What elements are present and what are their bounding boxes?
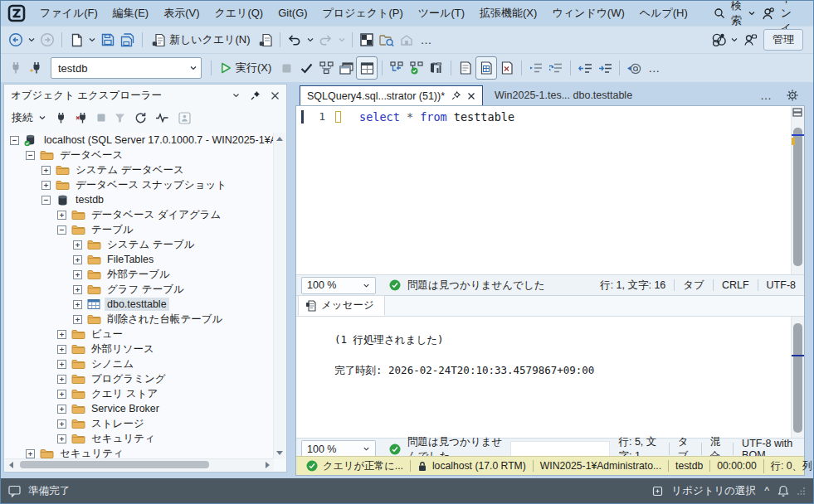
expand-icon[interactable]: + xyxy=(57,211,66,220)
back-chevron-icon[interactable] xyxy=(26,29,37,51)
tree-item[interactable]: −localhost (SQL Server 17.0.1000.7 - WIN… xyxy=(5,133,274,148)
navigate-forward-button[interactable] xyxy=(37,29,57,51)
collapse-icon[interactable]: − xyxy=(57,225,66,235)
save-all-button[interactable] xyxy=(118,29,138,51)
increase-indent-icon[interactable] xyxy=(595,57,615,79)
results-to-text-icon[interactable] xyxy=(456,57,475,79)
new-file-button[interactable] xyxy=(66,29,86,51)
tab-sqlquery[interactable]: SQLQuery4.sql...strator (51))* xyxy=(300,85,483,105)
tree-item[interactable]: +外部リソース xyxy=(5,342,274,356)
database-engine-query-button[interactable] xyxy=(256,29,275,51)
tree-item[interactable]: −データベース xyxy=(5,148,274,162)
tab-overflow-icon[interactable]: … xyxy=(756,89,777,102)
scrollbar-thumb[interactable] xyxy=(793,323,802,433)
scrollbar-thumb[interactable] xyxy=(20,461,209,468)
collapse-icon[interactable]: − xyxy=(10,136,19,145)
zoom-combobox[interactable]: 100 % xyxy=(301,440,376,458)
expand-icon[interactable]: + xyxy=(73,255,82,264)
specify-template-values-icon[interactable] xyxy=(624,57,644,79)
bell-icon[interactable] xyxy=(777,485,789,497)
connect-plug-icon[interactable] xyxy=(6,57,26,79)
expand-icon[interactable]: + xyxy=(57,330,66,339)
tree-item[interactable]: +システム データベース xyxy=(5,162,274,177)
comment-lines-icon[interactable] xyxy=(526,57,546,79)
expand-icon[interactable]: + xyxy=(73,285,82,294)
scroll-up-arrow[interactable] xyxy=(276,137,283,141)
results-to-file-icon[interactable] xyxy=(497,57,517,79)
tree-item[interactable]: +削除された台帳テーブル xyxy=(5,312,274,327)
disconnect-icon[interactable] xyxy=(76,112,88,124)
menu-item[interactable]: 編集(E) xyxy=(105,1,156,26)
uncomment-lines-icon[interactable] xyxy=(546,57,566,79)
expand-icon[interactable]: + xyxy=(57,360,66,369)
tab-pin-icon[interactable] xyxy=(451,91,461,100)
overflow-icon[interactable]: … xyxy=(417,33,437,46)
tree-item[interactable]: +プログラミング xyxy=(5,371,274,386)
scroll-down-arrow[interactable] xyxy=(276,451,283,455)
expand-icon[interactable]: + xyxy=(73,315,82,324)
redo-button[interactable] xyxy=(316,29,336,51)
resize-grip[interactable] xyxy=(797,487,806,495)
new-file-chevron-icon[interactable] xyxy=(86,29,98,51)
menu-item[interactable]: 表示(V) xyxy=(156,1,207,26)
feedback-icon[interactable] xyxy=(8,485,21,497)
expand-icon[interactable]: + xyxy=(73,240,82,250)
results-pane-toggle-icon[interactable] xyxy=(356,56,378,80)
estimated-plan-icon[interactable] xyxy=(316,57,336,79)
tree-item[interactable]: +dbo.testtable xyxy=(5,297,274,312)
extensions-icon[interactable] xyxy=(709,29,729,51)
pin-icon[interactable] xyxy=(251,90,261,100)
collapse-icon[interactable]: − xyxy=(26,151,35,160)
overflow-icon[interactable]: … xyxy=(644,61,665,75)
messages-vertical-scrollbar[interactable] xyxy=(791,317,804,438)
menu-item[interactable]: ウィンドウ(W) xyxy=(544,1,631,26)
tree-horizontal-scrollbar[interactable] xyxy=(5,458,274,471)
tree-item[interactable]: +グラフ テーブル xyxy=(5,282,274,297)
menu-item[interactable]: クエリ(Q) xyxy=(207,1,271,26)
selection-grid-icon[interactable] xyxy=(357,29,377,51)
change-connection-icon[interactable] xyxy=(26,57,46,79)
expand-icon[interactable]: + xyxy=(57,345,66,354)
tree-item[interactable]: +セキュリティ xyxy=(5,431,274,446)
expand-icon[interactable]: + xyxy=(73,300,82,309)
menu-item[interactable]: プロジェクト(P) xyxy=(315,1,411,26)
tree-item[interactable]: −testdb xyxy=(5,192,274,207)
search-box[interactable]: 検索 xyxy=(709,0,761,28)
user-settings-icon[interactable] xyxy=(740,29,760,51)
gear-icon[interactable] xyxy=(787,90,798,101)
tab-close-icon[interactable] xyxy=(467,92,475,100)
database-combobox[interactable]: testdb xyxy=(51,57,202,79)
tree-item[interactable]: +シノニム xyxy=(5,356,274,371)
extensions-chevron-icon[interactable] xyxy=(729,29,740,51)
expand-icon[interactable]: + xyxy=(41,166,51,175)
tree-item[interactable]: +FileTables xyxy=(5,252,274,267)
tree-item[interactable]: +データベース ダイアグラム xyxy=(5,207,274,222)
find-in-files-icon[interactable] xyxy=(377,29,397,51)
parse-query-icon[interactable] xyxy=(296,57,316,79)
redo-chevron-icon[interactable] xyxy=(336,29,348,51)
connect-after-execute-check-icon[interactable] xyxy=(407,57,426,79)
query-options-icon[interactable] xyxy=(336,57,356,79)
expand-icon[interactable]: + xyxy=(26,449,35,458)
undo-button[interactable] xyxy=(285,29,305,51)
collapse-icon[interactable]: − xyxy=(41,196,51,205)
tree-item[interactable]: +クエリ ストア xyxy=(5,386,274,401)
zoom-combobox[interactable]: 100 % xyxy=(301,277,376,294)
editor-vertical-scrollbar[interactable] xyxy=(791,106,804,274)
expand-icon[interactable]: + xyxy=(57,419,66,429)
panel-chevron-icon[interactable] xyxy=(232,91,241,99)
scroll-left-arrow[interactable] xyxy=(9,462,13,468)
tree-item[interactable]: +ビュー xyxy=(5,327,274,342)
connect-object-icon[interactable] xyxy=(56,112,66,124)
tab-testtable[interactable]: Win2025-1.tes... dbo.testtable xyxy=(483,85,639,105)
menu-item[interactable]: ツール(T) xyxy=(411,1,472,26)
undo-chevron-icon[interactable] xyxy=(305,29,316,51)
expand-icon[interactable]: + xyxy=(73,270,82,279)
results-to-grid-icon[interactable] xyxy=(475,56,497,80)
messages-body[interactable]: (1 行処理されました) 完了時刻: 2026-02-24T20:10:33.4… xyxy=(296,317,792,438)
expand-icon[interactable]: + xyxy=(57,434,66,443)
new-query-button[interactable]: 新しいクエリ(N) xyxy=(147,29,256,51)
scroll-right-arrow[interactable] xyxy=(266,462,270,468)
manage-button[interactable]: 管理 xyxy=(763,29,803,51)
expand-icon[interactable]: + xyxy=(41,181,51,190)
